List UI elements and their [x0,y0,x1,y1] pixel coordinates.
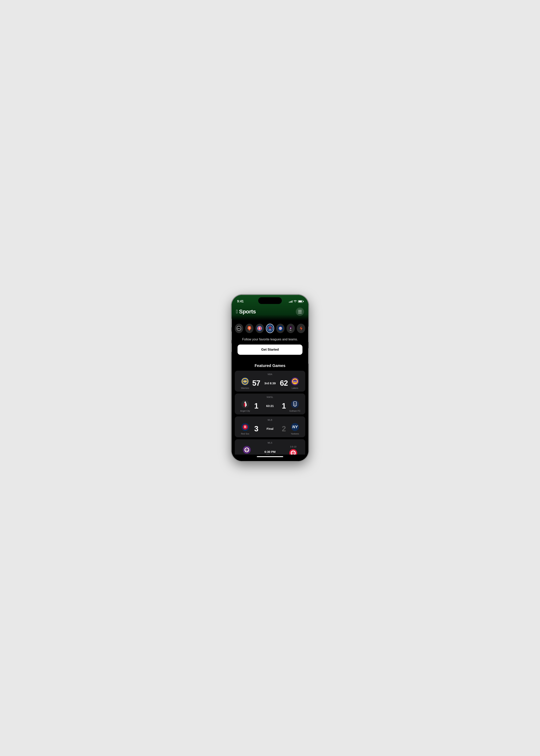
game-league-nwsl: NWSL [238,396,302,398]
follow-section: Follow your favorite leagues and teams. … [232,333,308,360]
app-title:  Sports [236,309,256,315]
svg-text:MLB: MLB [279,328,282,329]
status-icons [289,300,303,303]
nwsl-game-status: 63:21 [262,404,278,408]
menu-line-2 [298,311,302,312]
mlb-score-area: 3 Final 2 [252,425,288,433]
nwsl-score-area: 1 63:21 1 [252,402,288,410]
svg-text:MLS: MLS [269,329,271,330]
home-bar [257,456,283,457]
league-wnba[interactable] [245,324,254,333]
team-redsox: B Red Sox [238,423,252,435]
angelcity-score: 1 [252,402,260,410]
game-row-nba: GSW Warriors 57 3rd 8:39 62 [238,377,302,389]
svg-point-8 [290,328,291,329]
angelcity-logo [241,400,249,408]
team-orlando: ORL 9-5-7 Orlando [238,446,256,455]
leagues-row: NHL [232,321,308,333]
svg-text:EPL: EPL [290,330,292,331]
nba-score-area: 57 3rd 8:39 62 [252,379,288,387]
app-name: Sports [239,309,256,315]
league-other[interactable] [297,324,305,333]
menu-button[interactable] [296,308,304,316]
lakers-score: 62 [280,379,288,387]
lakers-name: Lakers [292,387,298,389]
gotham-logo: NY [291,400,299,408]
team-gotham: NY Gotham FC [288,400,302,412]
svg-text:NY: NY [294,403,296,405]
game-card-mlb[interactable]: MLB B Red Sox [235,416,305,437]
menu-line-1 [298,310,302,310]
nba-game-status: 3rd 8:39 [262,381,278,385]
follow-text: Follow your favorite leagues and teams. [237,337,303,342]
league-epl[interactable]: EPL [287,324,295,333]
featured-games-section: Featured Games NBA [232,360,308,455]
battery-fill [299,301,302,302]
nwsl-clock: 63:21 [266,404,274,407]
yankees-name: Yankees [291,432,299,435]
angelcity-name: Angel City [240,410,250,412]
mlb-game-status: Final [262,427,278,431]
team-toronto: 3-9-10 TFC [284,446,302,455]
app-header:  Sports [232,305,308,321]
game-row-mlb: B Red Sox 3 Final 2 [238,423,302,435]
mls-center-status: 6:30 PM ORL (-1) [256,450,284,455]
redsox-name: Red Sox [241,432,249,435]
team-yankees: NY Yankees [288,423,302,435]
game-league-mlb: MLB [238,419,302,421]
team-angelcity: Angel City [238,400,252,412]
status-time: 9:41 [237,300,244,303]
home-indicator [232,455,308,461]
team-warriors: GSW Warriors [238,377,252,389]
team-lakers: Lakers Lakers [288,377,302,389]
gotham-name: Gotham FC [289,410,301,412]
nba-clock: 3rd 8:39 [264,381,276,385]
redsox-score: 3 [252,425,260,433]
league-nba[interactable] [255,324,264,333]
game-league-nba: NBA [238,373,302,376]
battery-icon [298,300,303,303]
league-mls[interactable]: MLS [266,324,274,333]
game-card-nwsl[interactable]: NWSL An [235,393,305,414]
mlb-status: Final [266,427,273,430]
signal-bars-icon [289,300,292,303]
svg-text:NHL: NHL [237,328,240,329]
wifi-icon [294,300,297,303]
lakers-logo: Lakers [291,377,299,386]
game-card-nba[interactable]: NBA GSW [235,371,305,391]
screen: 9:41  Spo [232,295,308,461]
menu-line-3 [298,313,302,313]
yankees-score: 2 [280,425,288,433]
league-mlb[interactable]: MLB [276,324,285,333]
game-row-nwsl: Angel City 1 63:21 1 [238,400,302,412]
orlando-logo: ORL [242,446,251,454]
game-league-mls: MLS [238,442,302,444]
svg-text:ORL: ORL [245,449,248,451]
apple-logo-icon:  [236,309,238,314]
dynamic-island [258,297,282,304]
featured-games-title: Featured Games [235,364,305,368]
warriors-score: 57 [252,379,260,387]
toronto-logo: TFC [289,449,298,455]
toronto-record: 3-9-10 [290,446,296,448]
yankees-logo: NY [291,423,299,431]
warriors-logo: GSW [241,377,249,386]
game-row-mls: ORL 9-5-7 Orlando 6:30 [238,446,302,455]
svg-text:B: B [244,425,246,429]
game-card-mls[interactable]: MLS ORL [235,439,305,455]
svg-text:GSW: GSW [244,381,247,382]
gotham-score: 1 [280,402,288,410]
mls-game-time: 6:30 PM [264,450,276,453]
svg-text:NY: NY [292,425,298,429]
redsox-logo: B [241,423,249,431]
phone-frame: 9:41  Spo [232,295,308,461]
league-nhl[interactable]: NHL [235,324,243,333]
get-started-button[interactable]: Get Started [237,345,303,355]
svg-text:Lakers: Lakers [293,380,297,382]
main-content[interactable]: NHL [232,321,308,455]
warriors-name: Warriors [241,387,249,389]
